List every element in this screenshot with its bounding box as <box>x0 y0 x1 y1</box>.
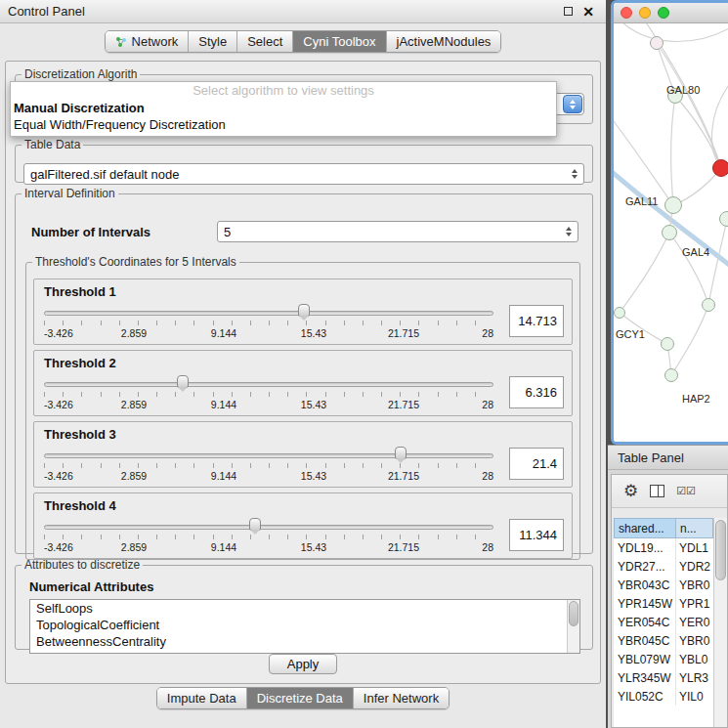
algorithm-option[interactable]: Manual Discretization <box>11 100 556 116</box>
threshold-label: Threshold 2 <box>44 356 564 370</box>
table-row[interactable]: YER054CYER0 <box>614 613 713 631</box>
network-node[interactable] <box>614 307 625 319</box>
tab-cyni-toolbox[interactable]: Cyni Toolbox <box>293 31 386 52</box>
network-node-label: HAP2 <box>682 393 710 405</box>
network-node[interactable] <box>661 337 674 351</box>
table-row[interactable]: YLR345WYLR3 <box>614 668 713 687</box>
threshold-label: Threshold 4 <box>44 498 564 513</box>
discretization-algorithm-title: Discretization Algorith <box>21 67 140 81</box>
number-of-intervals-row: Number of Intervals 5 <box>31 220 578 243</box>
attribute-list-item[interactable]: BetweennessCentrality <box>30 633 579 650</box>
apply-button[interactable]: Apply <box>269 654 338 674</box>
network-window-titlebar[interactable] <box>614 3 728 23</box>
table-cell: YPR1 <box>676 597 713 611</box>
scrollbar-thumb[interactable] <box>715 520 726 580</box>
threshold-slider[interactable]: -3.4262.8599.14415.4321.71528 <box>42 299 495 342</box>
slider-track <box>44 382 493 387</box>
table-row[interactable]: YBR045CYBR0 <box>614 631 713 650</box>
slider-thumb[interactable] <box>249 518 261 531</box>
tab-label: Network <box>132 34 179 49</box>
network-node[interactable] <box>719 211 728 227</box>
table-row[interactable]: YBR043CYBR0 <box>614 576 713 594</box>
table-scrollbar[interactable] <box>713 518 727 727</box>
attribute-list-item[interactable]: TopologicalCoefficient <box>30 617 579 633</box>
scale-label: 15.43 <box>301 399 326 410</box>
column-header[interactable]: shared... <box>614 518 676 538</box>
combobox-arrows-icon[interactable] <box>563 95 582 113</box>
table-cell: YDL19... <box>614 538 676 557</box>
threshold-value-field[interactable]: 21.4 <box>509 448 564 480</box>
float-window-icon[interactable] <box>564 7 573 16</box>
scale-label: 2.859 <box>121 541 147 553</box>
slider-scale: -3.4262.8599.14415.4321.71528 <box>44 399 493 410</box>
table-data-title: Table Data <box>21 138 83 151</box>
control-panel-titlebar[interactable]: Control Panel ✕ <box>0 0 606 23</box>
network-node[interactable] <box>650 36 664 50</box>
settings-gear-icon[interactable]: ⚙ <box>623 483 638 499</box>
slider-track <box>44 453 493 458</box>
slider-ticks <box>44 463 493 468</box>
titlebar-icons: ✕ <box>564 5 598 19</box>
slider-thumb[interactable] <box>177 375 189 388</box>
scale-label: 9.144 <box>211 399 236 410</box>
mac-close-button[interactable] <box>621 7 632 19</box>
tab-jactivemnodules[interactable]: jActiveMNodules <box>387 31 501 52</box>
network-node[interactable] <box>664 368 678 382</box>
table-data-value: galFiltered.sif default node <box>30 167 179 182</box>
table-panel: Table Panel ⚙ ☑☑ shared...n... YDL19...Y… <box>608 445 728 728</box>
tab-network[interactable]: Network <box>106 31 190 52</box>
mac-minimize-button[interactable] <box>639 7 651 19</box>
network-canvas[interactable]: GAL80GAL11GAL4GCY1HAP2 <box>614 23 728 442</box>
algorithm-option[interactable]: Equal Width/Frequency Discretization <box>11 116 556 133</box>
attributes-list[interactable]: SelfLoopsTopologicalCoefficientBetweenne… <box>29 599 580 654</box>
threshold-slider[interactable]: -3.4262.8599.14415.4321.71528 <box>42 370 495 413</box>
network-node[interactable] <box>702 298 715 312</box>
network-node[interactable] <box>712 159 728 177</box>
select-columns-icon[interactable]: ☑☑ <box>676 485 696 497</box>
attribute-list-item[interactable]: SelfLoops <box>30 600 579 617</box>
threshold-value-field[interactable]: 14.713 <box>509 305 564 337</box>
tab-label: Style <box>198 34 227 49</box>
table-data-combobox[interactable]: galFiltered.sif default node <box>23 163 584 185</box>
mac-zoom-button[interactable] <box>658 7 669 19</box>
columns-icon[interactable] <box>650 485 664 497</box>
tab-label: Discretize Data <box>257 691 343 706</box>
table-cell: YPR145W <box>614 594 676 613</box>
table-row[interactable]: YIL052CYIL0 <box>614 687 713 706</box>
threshold-slider[interactable]: -3.4262.8599.14415.4321.71528 <box>42 442 495 485</box>
tab-discretize-data[interactable]: Discretize Data <box>247 688 354 708</box>
num-intervals-combobox[interactable]: 5 <box>217 221 578 242</box>
table-row[interactable]: YDR27...YDR2 <box>614 557 713 576</box>
tab-style[interactable]: Style <box>189 31 237 52</box>
apply-row: Apply <box>6 654 600 674</box>
algorithm-dropdown-list: Select algorithm to view settings Manual… <box>10 81 557 137</box>
slider-thumb[interactable] <box>395 447 407 459</box>
scale-label: 21.715 <box>388 399 419 410</box>
list-scrollbar[interactable] <box>567 600 579 653</box>
algorithm-placeholder: Select algorithm to view settings <box>11 82 556 100</box>
table-cell: YIL0 <box>676 690 713 704</box>
app-root: Control Panel ✕ NetworkStyleSelectCyni T… <box>0 0 728 728</box>
num-intervals-value: 5 <box>224 225 231 239</box>
network-node[interactable] <box>662 225 677 240</box>
column-header[interactable]: n... <box>676 518 713 538</box>
slider-scale: -3.4262.8599.14415.4321.71528 <box>44 541 493 553</box>
close-icon[interactable]: ✕ <box>582 5 594 19</box>
slider-ticks <box>44 535 493 539</box>
network-node[interactable] <box>664 196 682 214</box>
tab-infer-network[interactable]: Infer Network <box>354 688 449 708</box>
combo-stepper-icon[interactable] <box>562 227 578 236</box>
threshold-value-field[interactable]: 6.316 <box>509 376 564 408</box>
threshold-box-3: Threshold 3-3.4262.8599.14415.4321.71528… <box>33 421 573 488</box>
threshold-value-field[interactable]: 11.344 <box>509 519 564 551</box>
table-row[interactable]: YPR145WYPR1 <box>614 594 713 613</box>
tab-impute-data[interactable]: Impute Data <box>157 688 247 708</box>
table-row[interactable]: YBL079WYBL0 <box>614 650 713 668</box>
threshold-slider[interactable]: -3.4262.8599.14415.4321.71528 <box>42 513 495 556</box>
slider-thumb[interactable] <box>298 304 310 317</box>
combo-stepper-icon[interactable] <box>568 169 583 179</box>
top-tab-bar: NetworkStyleSelectCyni ToolboxjActiveMNo… <box>0 30 606 53</box>
scrollbar-thumb[interactable] <box>569 601 578 626</box>
table-row[interactable]: YDL19...YDL1 <box>614 538 713 557</box>
tab-select[interactable]: Select <box>237 31 293 52</box>
